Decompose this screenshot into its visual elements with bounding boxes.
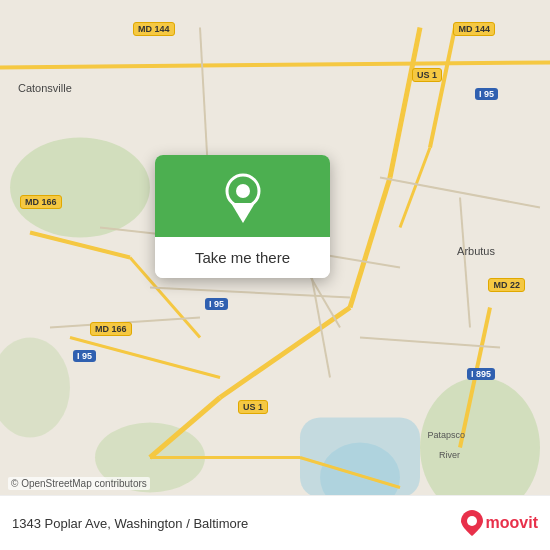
road-label-md144-tl: MD 144: [133, 22, 175, 36]
place-arbutus: Arbutus: [457, 245, 495, 257]
road-label-i95-c: I 95: [205, 298, 228, 310]
place-patapsco: Patapsco: [427, 430, 465, 440]
address-label: 1343 Poplar Ave, Washington / Baltimore: [12, 516, 248, 531]
svg-line-9: [350, 178, 390, 308]
svg-marker-32: [231, 203, 255, 223]
map-container: MD 144 MD 144 US 1 I 95 MD 166 MD 166 I …: [0, 0, 550, 550]
svg-line-6: [0, 66, 200, 68]
svg-point-31: [236, 184, 250, 198]
svg-point-5: [0, 338, 70, 438]
moovit-logo: moovit: [461, 510, 538, 536]
moovit-pin-icon: [461, 510, 483, 536]
svg-line-10: [220, 308, 350, 398]
road-label-us1-top: US 1: [412, 68, 442, 82]
road-label-us1-b: US 1: [238, 400, 268, 414]
popup-card: Take me there: [155, 155, 330, 278]
take-me-there-button[interactable]: Take me there: [155, 237, 330, 278]
svg-line-28: [460, 198, 470, 328]
svg-line-29: [360, 338, 500, 348]
road-label-i95-rt: I 95: [475, 88, 498, 100]
road-label-i895: I 895: [467, 368, 495, 380]
road-label-md166-b: MD 166: [90, 322, 132, 336]
road-label-md22: MD 22: [488, 278, 525, 292]
road-label-md166-l: MD 166: [20, 195, 62, 209]
copyright-text: © OpenStreetMap contributors: [8, 477, 150, 490]
svg-line-8: [390, 28, 420, 178]
svg-point-33: [467, 516, 477, 526]
road-label-md144-tr: MD 144: [453, 22, 495, 36]
popup-header: [155, 155, 330, 237]
svg-line-13: [400, 148, 430, 228]
svg-rect-3: [300, 418, 420, 498]
road-label-i95-bl: I 95: [73, 350, 96, 362]
bottom-bar: 1343 Poplar Ave, Washington / Baltimore …: [0, 495, 550, 550]
svg-line-7: [200, 63, 550, 66]
place-river: River: [439, 450, 460, 460]
svg-point-0: [10, 138, 150, 238]
place-catonsville: Catonsville: [18, 82, 72, 94]
popup-pin-icon: [223, 173, 263, 223]
moovit-brand-text: moovit: [486, 514, 538, 532]
svg-line-12: [430, 28, 455, 148]
